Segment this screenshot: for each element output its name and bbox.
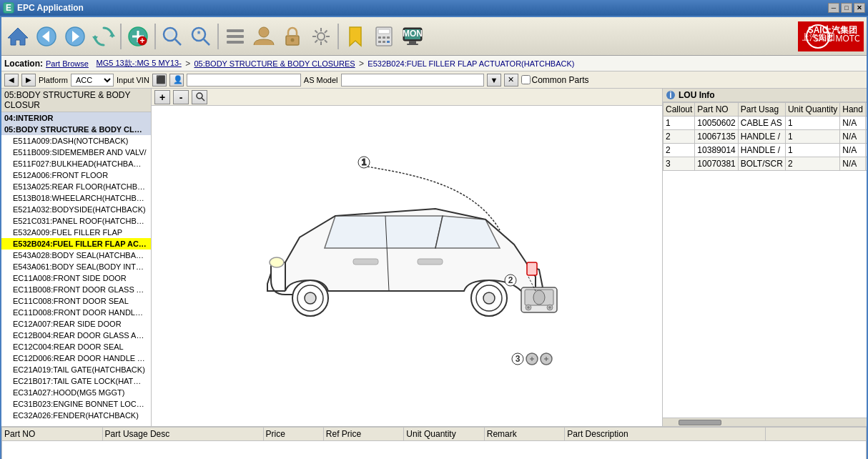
tree-item-e513b018[interactable]: E513B018:WHEELARCH(HATCHBACI: [1, 192, 151, 204]
vin-btn-2[interactable]: 👤: [169, 74, 184, 87]
tools-button[interactable]: [222, 21, 249, 51]
maximize-btn[interactable]: □: [841, 3, 852, 13]
lou-row-3[interactable]: 2 10389014 HANDLE / 1 N/A: [664, 144, 867, 157]
svg-line-34: [315, 40, 318, 43]
svg-rect-43: [387, 41, 390, 43]
vin-input[interactable]: [187, 74, 301, 87]
tree-view[interactable]: 04:INTERIOR 05:BODY STRUCTURE & BODY CLO…: [1, 112, 151, 426]
back-button[interactable]: [33, 21, 60, 51]
tree-item-e511b009[interactable]: E511B009:SIDEMEMBER AND VALV/: [1, 147, 151, 158]
tree-item-ec12c004[interactable]: EC12C004:REAR DOOR SEAL: [1, 341, 151, 352]
toolbar: + *: [1, 17, 867, 56]
col-hand: Hand: [840, 103, 866, 117]
svg-text:MON: MON: [403, 29, 423, 39]
bookmark-button[interactable]: [342, 21, 369, 51]
tree-item-e543a061[interactable]: E543A061:BODY SEAL(BODY INTERI: [1, 261, 151, 272]
zoom-out-button[interactable]: -: [173, 90, 189, 104]
svg-line-32: [325, 40, 327, 43]
lou-row-4[interactable]: 3 10070381 BOLT/SCR 2 N/A: [664, 157, 867, 171]
parts-col-no: Part NO: [2, 428, 103, 441]
tree-item-ec12b004[interactable]: EC12B004:REAR DOOR GLASS AND: [1, 330, 151, 341]
zoom-fit-button[interactable]: [192, 90, 207, 104]
tree-item-e521a032[interactable]: E521A032:BODYSIDE(HATCHBACK): [1, 204, 151, 215]
lou-row-2[interactable]: 2 10067135 HANDLE / 1 N/A YY: [664, 130, 867, 144]
sep-loc-2: >: [183, 59, 193, 69]
part-browse-link[interactable]: Part Browse: [46, 59, 89, 68]
monitor-button[interactable]: MON: [399, 21, 426, 51]
lock-button[interactable]: [279, 21, 306, 51]
tree-item-ec12d006[interactable]: EC12D006:REAR DOOR HANDLE AN: [1, 352, 151, 364]
tree-item-ec11d008[interactable]: EC11D008:FRONT DOOR HANDLE A: [1, 307, 151, 318]
forward-button[interactable]: [61, 21, 89, 51]
tree-item-e543a028[interactable]: E543A028:BODY SEAL(HATCHBACK): [1, 250, 151, 261]
saic-logo: SAIC 上汽集团 上汽集团 SAIC MOTOR: [798, 21, 864, 51]
diagram-area[interactable]: 1: [152, 106, 662, 426]
tree-item-ec11a008[interactable]: EC11A008:FRONT SIDE DOOR: [1, 272, 151, 284]
col-part-usage: Part Usag: [738, 103, 785, 117]
tree-item-ec21a019[interactable]: EC21A019:TAIL GATE(HATCHBACK): [1, 364, 151, 375]
parts-col-usage-desc: Part Usage Desc: [102, 428, 263, 441]
lou-row-1[interactable]: 1 10050602 CABLE AS 1 N/A: [664, 117, 867, 130]
tree-item-e512a006[interactable]: E512A006:FRONT FLOOR: [1, 169, 151, 181]
tree-item-ec11c008[interactable]: EC11C008:FRONT DOOR SEAL: [1, 295, 151, 307]
tree-item-ec32a026[interactable]: EC32A026:FENDER(HATCHBACK): [1, 410, 151, 421]
parts-col-price: Price: [263, 428, 323, 441]
filter-btn-1[interactable]: ◀: [4, 74, 19, 87]
cell-info-3: [865, 144, 867, 157]
as-model-btn[interactable]: ▼: [487, 74, 501, 87]
tree-item-ec31b023[interactable]: EC31B023:ENGINE BONNET LOCK(M: [1, 398, 151, 410]
svg-rect-47: [409, 41, 416, 44]
tree-item-ec12a007[interactable]: EC12A007:REAR SIDE DOOR: [1, 318, 151, 330]
svg-text:E: E: [6, 3, 11, 13]
calculator-button[interactable]: [370, 21, 398, 51]
minimize-btn[interactable]: ─: [828, 3, 839, 13]
svg-text:2: 2: [508, 275, 513, 285]
parts-col-remark: Remark: [484, 428, 564, 441]
refresh-button[interactable]: [90, 21, 117, 51]
tree-item-04-interior[interactable]: 04:INTERIOR: [1, 112, 151, 124]
as-model-input[interactable]: [341, 74, 484, 87]
tree-item-05-body[interactable]: 05:BODY STRUCTURE & BODY CLOSUR: [1, 124, 151, 135]
svg-line-15: [175, 39, 181, 45]
settings-icon: [310, 25, 332, 48]
svg-rect-65: [418, 259, 443, 265]
platform-select[interactable]: ACC: [71, 74, 114, 87]
lou-scrollbar[interactable]: [663, 418, 867, 426]
tree-item-ec31a027[interactable]: EC31A027:HOOD(MG5 MGGT): [1, 387, 151, 398]
close-btn[interactable]: ✕: [854, 3, 865, 13]
platform-label: Platform: [39, 76, 68, 84]
bottom-panel: Part NO Part Usage Desc Price Ref Price …: [1, 426, 867, 459]
lock-icon: [281, 25, 304, 48]
svg-point-73: [533, 290, 545, 305]
search-button-1[interactable]: [159, 21, 186, 51]
col-parts-info: Part's In: [865, 103, 867, 117]
refresh-icon: [92, 25, 115, 48]
lou-scroll[interactable]: Callout Part NO Part Usag Unit Quantity …: [663, 102, 867, 418]
svg-text:i: i: [669, 90, 671, 100]
app-title: EPC Application: [17, 3, 84, 13]
tree-item-e513a025[interactable]: E513A025:REAR FLOOR(HATCHBACI: [1, 181, 151, 192]
user-button[interactable]: [250, 21, 277, 51]
tree-item-e532a009[interactable]: E532A009:FUEL FILLER FLAP: [1, 227, 151, 238]
tree-item-e521c031[interactable]: E521C031:PANEL ROOF(HATCHBACI: [1, 215, 151, 227]
home-button[interactable]: [4, 21, 31, 51]
search1-icon: [161, 25, 184, 48]
tree-item-ec21b017[interactable]: EC21B017:TAIL GATE LOCK(HATCHB: [1, 375, 151, 387]
zoom-in-button[interactable]: +: [154, 90, 170, 104]
common-parts-checkbox[interactable]: [521, 75, 531, 84]
as-model-clear[interactable]: ✕: [504, 74, 518, 87]
body-structure-link[interactable]: 05:BODY STRUCTURE & BODY CLOSURES: [194, 59, 355, 68]
vin-btn-1[interactable]: ⬛: [152, 74, 167, 87]
cell-usage-3: HANDLE /: [738, 144, 785, 157]
add-button[interactable]: +: [124, 21, 152, 51]
tree-item-ec11b008[interactable]: EC11B008:FRONT DOOR GLASS ANI: [1, 284, 151, 295]
settings-button[interactable]: [307, 21, 335, 51]
filter-btn-2[interactable]: ▶: [21, 74, 36, 87]
tree-item-e532b024[interactable]: E532B024:FUEL FILLER FLAP ACTUA: [1, 238, 151, 250]
search-button-2[interactable]: *: [187, 21, 214, 51]
mg-model-link[interactable]: MG5 13款-:MG 5 MY13-: [97, 58, 182, 69]
svg-marker-2: [8, 28, 28, 45]
svg-rect-37: [378, 29, 390, 34]
tree-item-e511f027[interactable]: E511F027:BULKHEAD(HATCHBACK): [1, 158, 151, 169]
tree-item-e511a009[interactable]: E511A009:DASH(NOTCHBACK): [1, 135, 151, 147]
